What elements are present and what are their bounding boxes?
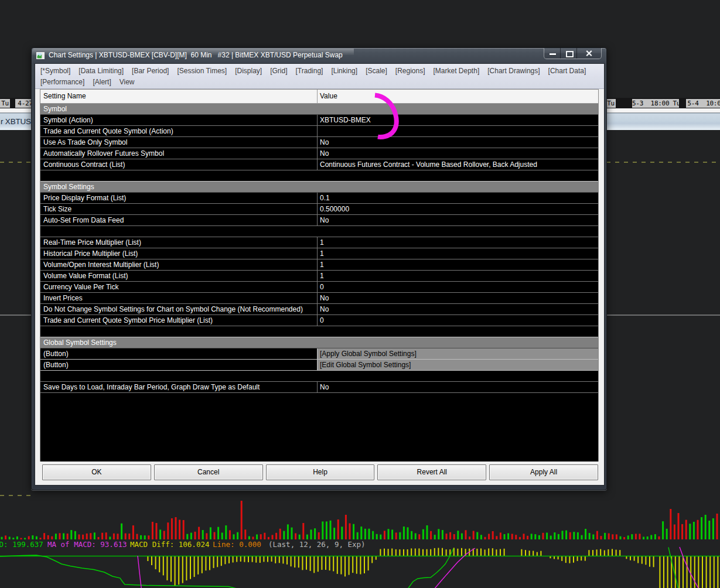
setting-row-auto-set-from-data-feed[interactable]: Auto-Set From Data FeedNo: [40, 215, 598, 226]
column-header-setting-name: Setting Name: [43, 90, 86, 103]
indicator-value-text: MACD: 199.637: [0, 540, 43, 549]
setting-name-cell: Invert Prices: [40, 293, 317, 303]
menu-item-bar-period[interactable]: [Bar Period]: [132, 66, 169, 77]
setting-name-cell: Price Display Format (List): [40, 193, 317, 203]
setting-row-save-days-to-load-intraday-bar-period-graph-draw-type-as-default[interactable]: Save Days to Load, Intraday Bar Period, …: [40, 382, 598, 393]
setting-name-cell: (Button): [40, 360, 317, 370]
time-axis-label: 5-4 10:0: [686, 99, 720, 108]
setting-value-cell[interactable]: XBTUSD-BMEX: [318, 115, 598, 125]
macd-line: [0, 548, 678, 588]
section-title: Global Symbol Settings: [40, 337, 598, 348]
maximize-icon: [566, 51, 574, 57]
setting-value-cell[interactable]: 0: [318, 315, 598, 326]
setting-row-automatically-rollover-futures-symbol[interactable]: Automatically Rollover Futures SymbolNo: [40, 148, 598, 159]
menu-item-linking[interactable]: [Linking]: [331, 66, 357, 77]
setting-value-cell[interactable]: 0.500000: [318, 204, 598, 214]
maximize-button[interactable]: [561, 48, 577, 59]
setting-row-real-time-price-multiplier-list[interactable]: Real-Time Price Multiplier (List)1: [40, 237, 598, 248]
section-header-global-symbol-settings: Global Symbol Settings: [40, 337, 598, 348]
menu-row-2: [Performance][Alert]View: [40, 77, 143, 88]
setting-row-use-as-trade-only-symbol[interactable]: Use As Trade Only SymbolNo: [40, 137, 598, 148]
setting-value-cell[interactable]: [Apply Global Symbol Settings]: [318, 348, 598, 359]
column-divider[interactable]: [317, 90, 318, 103]
setting-value-cell[interactable]: No: [318, 304, 598, 314]
menu-item-trading[interactable]: [Trading]: [296, 66, 323, 77]
setting-row-historical-price-multiplier-list[interactable]: Historical Price Multiplier (List)1: [40, 248, 598, 259]
setting-value-cell[interactable]: 0: [318, 282, 598, 292]
setting-row-volume-value-format-list[interactable]: Volume Value Format (List)1: [40, 271, 598, 282]
setting-name-cell: Continuous Contract (List): [40, 159, 317, 170]
close-button[interactable]: [577, 48, 601, 59]
setting-row-trade-and-current-quote-symbol-price-multiplier-list[interactable]: Trade and Current Quote Symbol Price Mul…: [40, 315, 598, 326]
setting-row-apply-global-symbol-settings[interactable]: (Button)[Apply Global Symbol Settings]: [40, 348, 598, 360]
settings-table: Setting Name Value SymbolSymbol (Action)…: [40, 89, 599, 462]
menu-item-view[interactable]: View: [120, 77, 135, 88]
setting-value-cell[interactable]: No: [318, 215, 598, 225]
setting-value-cell[interactable]: 0.1: [318, 193, 598, 203]
setting-name-cell: Automatically Rollover Futures Symbol: [40, 148, 317, 159]
menu-item-performance[interactable]: [Performance]: [40, 77, 84, 88]
setting-row-tick-size[interactable]: Tick Size0.500000: [40, 204, 598, 215]
dialog-titlebar[interactable]: Chart Settings | XBTUSD-BMEX [CBV-D][M] …: [32, 48, 606, 63]
minimize-icon: [550, 53, 556, 55]
chart-settings-icon: [36, 52, 45, 59]
cancel-button[interactable]: Cancel: [154, 464, 263, 480]
indicator-value-text: (Last, 12, 26, 9, Exp): [268, 540, 366, 549]
setting-row-currency-value-per-tick[interactable]: Currency Value Per Tick0: [40, 282, 598, 293]
spacer-row: [40, 326, 598, 337]
setting-value-cell[interactable]: No: [318, 293, 598, 303]
setting-value-cell[interactable]: 1: [318, 248, 598, 259]
setting-value-cell[interactable]: [Edit Global Symbol Settings]: [318, 360, 598, 370]
setting-value-cell[interactable]: 1: [318, 237, 598, 248]
setting-row-edit-global-symbol-settings[interactable]: (Button)[Edit Global Symbol Settings]: [40, 360, 598, 371]
apply-all-button[interactable]: Apply All: [489, 464, 598, 480]
menu-item-display[interactable]: [Display]: [235, 66, 262, 77]
setting-name-cell: Real-Time Price Multiplier (List): [40, 237, 317, 248]
setting-value-cell[interactable]: No: [318, 137, 598, 148]
setting-value-cell[interactable]: Continuous Futures Contract - Volume Bas…: [318, 159, 598, 170]
revert-all-button[interactable]: Revert All: [377, 464, 486, 480]
ok-button[interactable]: OK: [42, 464, 151, 480]
setting-value-cell[interactable]: No: [318, 148, 598, 159]
section-title: Symbol Settings: [40, 182, 598, 192]
menu-item-alert[interactable]: [Alert]: [93, 77, 111, 88]
setting-row-symbol-action[interactable]: Symbol (Action)XBTUSD-BMEX: [40, 115, 598, 126]
setting-row-do-not-change-symbol-settings-for-chart-on-symbol-change-not-recommended[interactable]: Do Not Change Symbol Settings for Chart …: [40, 304, 598, 315]
minimize-button[interactable]: [544, 48, 561, 59]
menu-item-chart-drawings[interactable]: [Chart Drawings]: [487, 66, 540, 77]
menu-item-data-limiting[interactable]: [Data Limiting]: [79, 66, 124, 77]
setting-name-cell: Use As Trade Only Symbol: [40, 137, 317, 148]
dialog-button-bar: OKCancelHelpRevert AllApply All: [35, 461, 604, 484]
setting-value-cell[interactable]: No: [318, 382, 598, 392]
setting-row-invert-prices[interactable]: Invert PricesNo: [40, 293, 598, 304]
menu-item-chart-data[interactable]: [Chart Data]: [548, 66, 586, 77]
setting-value-cell[interactable]: [318, 126, 598, 136]
time-axis-label: Tu: [606, 99, 616, 108]
menu-item-scale[interactable]: [Scale]: [366, 66, 387, 77]
volume-bars: [1, 501, 718, 539]
dialog-title: Chart Settings | XBTUSD-BMEX [CBV-D][M] …: [49, 48, 343, 63]
macd-histogram-bars: [147, 548, 718, 588]
setting-row-trade-and-current-quote-symbol-action[interactable]: Trade and Current Quote Symbol (Action): [40, 126, 598, 137]
spacer-row: [40, 170, 598, 182]
menu-item-market-depth[interactable]: [Market Depth]: [434, 66, 480, 77]
setting-name-cell: Historical Price Multiplier (List): [40, 248, 317, 259]
help-button[interactable]: Help: [266, 464, 375, 480]
setting-name-cell: Trade and Current Quote Symbol Price Mul…: [40, 315, 317, 326]
menu-row-1: [*Symbol][Data Limiting][Bar Period][Ses…: [40, 66, 594, 77]
close-icon: [577, 48, 601, 59]
setting-name-cell: Currency Value Per Tick: [40, 282, 317, 292]
menu-item-session-times[interactable]: [Session Times]: [177, 66, 227, 77]
setting-row-volume-open-interest-multiplier-list[interactable]: Volume/Open Interest Multiplier (List)1: [40, 259, 598, 271]
menu-item-regions[interactable]: [Regions]: [395, 66, 425, 77]
setting-name-cell: Tick Size: [40, 204, 317, 214]
setting-name-cell: Volume Value Format (List): [40, 271, 317, 281]
menu-item-symbol[interactable]: [*Symbol]: [40, 66, 70, 77]
caption-buttons: [544, 48, 602, 59]
section-header-symbol-settings: Symbol Settings: [40, 182, 598, 193]
setting-value-cell[interactable]: 1: [318, 271, 598, 281]
setting-value-cell[interactable]: 1: [318, 259, 598, 270]
setting-row-continuous-contract-list[interactable]: Continuous Contract (List)Continuous Fut…: [40, 159, 598, 170]
setting-row-price-display-format-list[interactable]: Price Display Format (List)0.1: [40, 193, 598, 204]
menu-item-grid[interactable]: [Grid]: [270, 66, 287, 77]
